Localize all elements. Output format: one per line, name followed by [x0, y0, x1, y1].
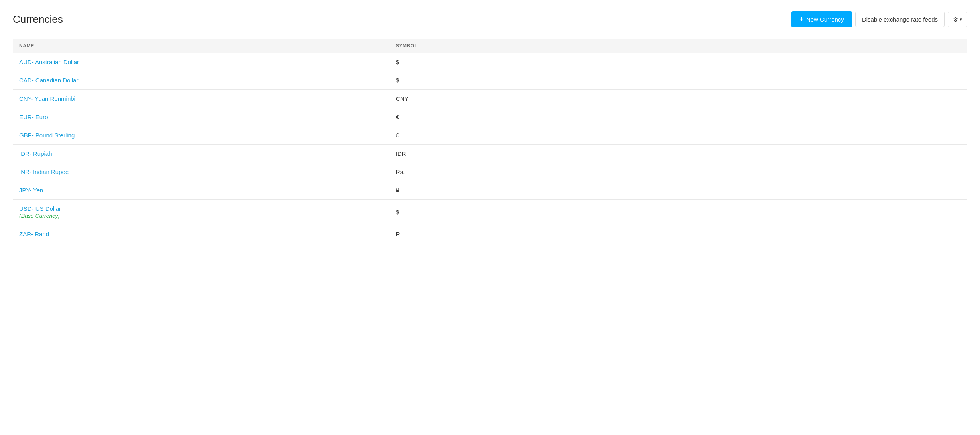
page-container: Currencies + New Currency Disable exchan… [0, 0, 980, 255]
currency-name-link[interactable]: CNY- Yuan Renminbi [19, 95, 75, 102]
disable-feeds-label: Disable exchange rate feeds [862, 16, 938, 23]
currency-name-link[interactable]: ZAR- Rand [19, 231, 49, 237]
table-row[interactable]: JPY- Yen¥ [13, 181, 967, 200]
table-row[interactable]: ZAR- RandR [13, 225, 967, 243]
currency-name-cell: IDR- Rupiah [19, 150, 396, 157]
table-row[interactable]: AUD- Australian Dollar$ [13, 53, 967, 71]
page-header: Currencies + New Currency Disable exchan… [13, 11, 967, 27]
currency-name-link[interactable]: IDR- Rupiah [19, 150, 52, 157]
currency-name-link[interactable]: AUD- Australian Dollar [19, 59, 79, 65]
settings-button[interactable]: ⚙ ▾ [948, 12, 967, 27]
page-title: Currencies [13, 13, 63, 25]
col-header-name: NAME [19, 43, 396, 49]
currency-name-cell: CAD- Canadian Dollar [19, 77, 396, 84]
currency-name-cell: GBP- Pound Sterling [19, 132, 396, 139]
currency-name-cell: AUD- Australian Dollar [19, 59, 396, 65]
currency-name-cell: EUR- Euro [19, 114, 396, 120]
currency-symbol: $ [396, 77, 961, 84]
currency-name-link[interactable]: USD- US Dollar [19, 205, 61, 212]
currency-symbol: £ [396, 132, 961, 139]
chevron-down-icon: ▾ [960, 17, 962, 22]
table-row[interactable]: CNY- Yuan RenminbiCNY [13, 90, 967, 108]
currency-name-link[interactable]: JPY- Yen [19, 187, 43, 194]
currency-symbol: R [396, 231, 961, 237]
currency-symbol: Rs. [396, 169, 961, 175]
currency-symbol: IDR [396, 150, 961, 157]
currency-name-link[interactable]: INR- Indian Rupee [19, 169, 69, 175]
table-row[interactable]: GBP- Pound Sterling£ [13, 126, 967, 145]
table-row[interactable]: CAD- Canadian Dollar$ [13, 71, 967, 90]
plus-icon: + [799, 15, 804, 24]
currency-name-link[interactable]: EUR- Euro [19, 114, 48, 120]
gear-icon: ⚙ [953, 16, 958, 23]
table-row[interactable]: IDR- RupiahIDR [13, 145, 967, 163]
currency-symbol: $ [396, 209, 961, 216]
currency-symbol: $ [396, 59, 961, 65]
table-row[interactable]: EUR- Euro€ [13, 108, 967, 126]
currency-symbol: CNY [396, 95, 961, 102]
currency-name-cell: ZAR- Rand [19, 231, 396, 237]
table-header: NAME SYMBOL [13, 39, 967, 53]
currency-name-cell: INR- Indian Rupee [19, 169, 396, 175]
new-currency-button[interactable]: + New Currency [791, 11, 852, 27]
currency-name-cell: JPY- Yen [19, 187, 396, 194]
currency-name-link[interactable]: GBP- Pound Sterling [19, 132, 75, 139]
table-body: AUD- Australian Dollar$CAD- Canadian Dol… [13, 53, 967, 243]
table-row[interactable]: USD- US Dollar(Base Currency)$ [13, 200, 967, 225]
currency-symbol: € [396, 114, 961, 120]
disable-feeds-button[interactable]: Disable exchange rate feeds [855, 12, 945, 27]
currency-symbol: ¥ [396, 187, 961, 194]
currency-name-cell: USD- US Dollar(Base Currency) [19, 205, 396, 219]
currency-name-cell: CNY- Yuan Renminbi [19, 95, 396, 102]
currency-name-link[interactable]: CAD- Canadian Dollar [19, 77, 78, 84]
header-actions: + New Currency Disable exchange rate fee… [791, 11, 967, 27]
col-header-symbol: SYMBOL [396, 43, 961, 49]
currencies-table: NAME SYMBOL AUD- Australian Dollar$CAD- … [13, 39, 967, 243]
new-currency-label: New Currency [806, 16, 844, 23]
table-row[interactable]: INR- Indian RupeeRs. [13, 163, 967, 181]
base-currency-label: (Base Currency) [19, 213, 396, 219]
